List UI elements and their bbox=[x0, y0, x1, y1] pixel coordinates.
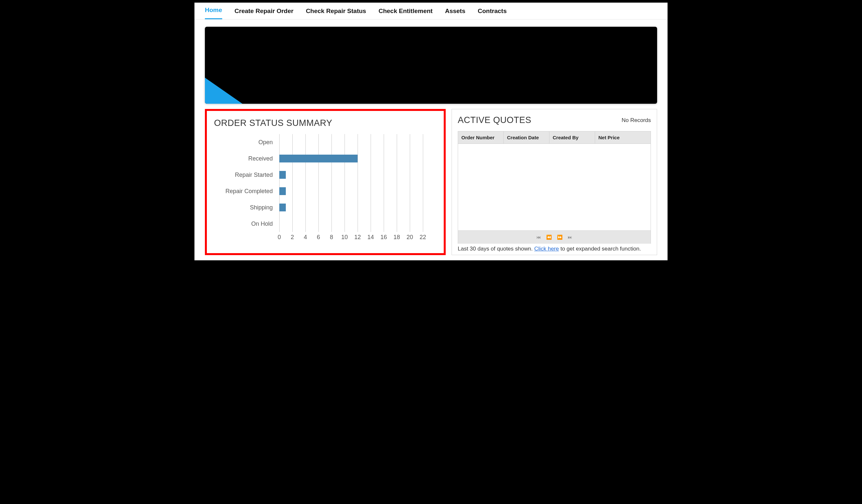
nav-check-repair-status[interactable]: Check Repair Status bbox=[306, 8, 366, 19]
col-net-price[interactable]: Net Price bbox=[595, 131, 651, 144]
bar-row: Received bbox=[279, 155, 357, 162]
x-tick-label: 22 bbox=[420, 234, 426, 241]
x-tick-label: 12 bbox=[354, 234, 361, 241]
nav-create-repair-order[interactable]: Create Repair Order bbox=[235, 8, 293, 19]
gridline bbox=[279, 134, 279, 232]
hero-banner bbox=[205, 27, 657, 104]
hero-accent-triangle bbox=[205, 78, 243, 104]
bar bbox=[279, 203, 286, 211]
gridline bbox=[410, 134, 410, 232]
bar-label: Received bbox=[214, 155, 273, 162]
nav-assets[interactable]: Assets bbox=[445, 8, 465, 19]
x-tick-label: 16 bbox=[380, 234, 387, 241]
gridline bbox=[292, 134, 293, 232]
top-nav: Home Create Repair Order Check Repair St… bbox=[194, 3, 668, 19]
bar-label: Open bbox=[214, 139, 273, 146]
bar-label: Repair Completed bbox=[214, 188, 273, 195]
col-creation-date[interactable]: Creation Date bbox=[504, 131, 549, 144]
gridline bbox=[344, 134, 345, 232]
pager-last-icon[interactable]: ⏭ bbox=[568, 235, 572, 240]
pager-next-icon[interactable]: ⏩ bbox=[557, 235, 562, 240]
active-quotes-title: ACTIVE QUOTES bbox=[458, 115, 532, 125]
gridline bbox=[305, 134, 306, 232]
order-status-summary-title: ORDER STATUS SUMMARY bbox=[214, 118, 436, 128]
quotes-footnote-prefix: Last 30 days of quotes shown. bbox=[458, 246, 534, 252]
bar-label: Repair Started bbox=[214, 172, 273, 178]
x-tick-label: 20 bbox=[406, 234, 413, 241]
gridline bbox=[397, 134, 397, 232]
pager-prev-icon[interactable]: ⏪ bbox=[546, 235, 552, 240]
col-order-number[interactable]: Order Number bbox=[458, 131, 504, 144]
gridline bbox=[331, 134, 332, 232]
x-tick-label: 2 bbox=[291, 234, 294, 241]
x-tick-label: 10 bbox=[341, 234, 348, 241]
bar bbox=[279, 187, 286, 195]
pager-first-icon[interactable]: ⏮ bbox=[536, 235, 541, 240]
order-status-summary-card: ORDER STATUS SUMMARY OpenReceivedRepair … bbox=[205, 109, 446, 255]
bar-row: Repair Completed bbox=[279, 187, 286, 195]
bar-label: Shipping bbox=[214, 204, 273, 211]
nav-contracts[interactable]: Contracts bbox=[478, 8, 507, 19]
col-created-by[interactable]: Created By bbox=[549, 131, 595, 144]
gridline bbox=[423, 134, 423, 232]
quotes-pager: ⏮ ⏪ ⏩ ⏭ bbox=[458, 230, 651, 244]
x-tick-label: 4 bbox=[304, 234, 307, 241]
bar bbox=[279, 171, 286, 179]
quotes-footnote: Last 30 days of quotes shown. Click here… bbox=[458, 246, 651, 252]
bar-row: Repair Started bbox=[279, 171, 286, 179]
x-tick-label: 14 bbox=[367, 234, 374, 241]
order-status-chart: OpenReceivedRepair StartedRepair Complet… bbox=[279, 134, 436, 235]
x-tick-label: 18 bbox=[393, 234, 400, 241]
active-quotes-card: ACTIVE QUOTES No Records Order Number Cr… bbox=[452, 109, 657, 255]
nav-home[interactable]: Home bbox=[205, 6, 222, 19]
gridline bbox=[357, 134, 358, 232]
quotes-table-body bbox=[458, 144, 651, 230]
quotes-table-header: Order Number Creation Date Created By Ne… bbox=[458, 131, 651, 144]
active-quotes-no-records: No Records bbox=[622, 117, 651, 124]
bar bbox=[279, 155, 357, 162]
gridline bbox=[384, 134, 384, 232]
x-tick-label: 0 bbox=[278, 234, 281, 241]
quotes-table: Order Number Creation Date Created By Ne… bbox=[458, 131, 651, 244]
x-tick-label: 6 bbox=[317, 234, 320, 241]
quotes-footnote-link[interactable]: Click here bbox=[534, 246, 559, 252]
gridline bbox=[318, 134, 319, 232]
quotes-footnote-suffix: to get expanded search function. bbox=[559, 246, 641, 252]
bar-label: On Hold bbox=[214, 221, 273, 227]
x-tick-label: 8 bbox=[330, 234, 333, 241]
bar-row: Shipping bbox=[279, 203, 286, 211]
nav-check-entitlement[interactable]: Check Entitlement bbox=[378, 8, 433, 19]
